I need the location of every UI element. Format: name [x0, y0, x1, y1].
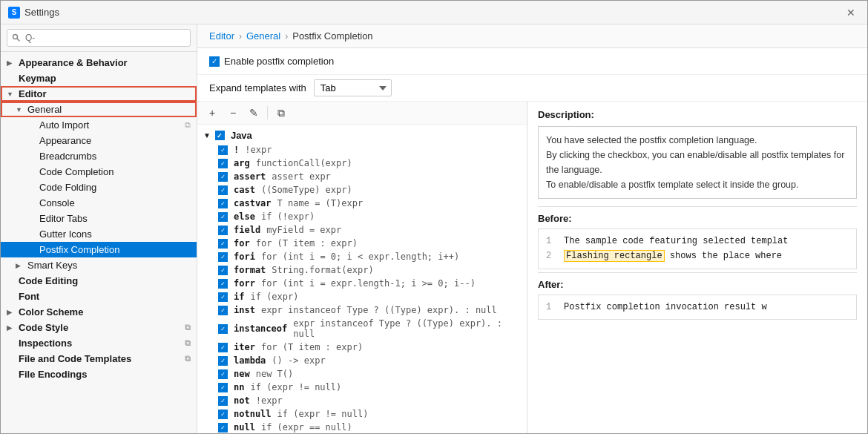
- sidebar-label-appearance: Appearance: [39, 135, 91, 146]
- close-button[interactable]: ✕: [842, 5, 860, 20]
- tmpl-checkbox-arg[interactable]: ✓: [218, 159, 228, 168]
- group-expand-icon: ▼: [203, 131, 211, 139]
- code-text-1: The sample code featuring selected templ…: [564, 234, 788, 249]
- main-content: ▶Appearance & BehaviorKeymap▼Editor▼Gene…: [1, 24, 867, 433]
- copy-button[interactable]: ⧉: [272, 105, 290, 121]
- group-name: Java: [231, 130, 252, 141]
- tmpl-checkbox-if[interactable]: ✓: [218, 292, 228, 302]
- template-item-nn[interactable]: ✓nn if (expr != null): [197, 381, 527, 394]
- sidebar-item-file-encodings[interactable]: File Encodings: [1, 366, 197, 382]
- search-input[interactable]: [7, 29, 191, 47]
- sidebar-label-inspections: Inspections: [19, 338, 72, 349]
- sidebar-item-font[interactable]: Font: [1, 289, 197, 304]
- template-item-castvar[interactable]: ✓castvar T name = (T)expr: [197, 197, 527, 210]
- template-item-fori[interactable]: ✓fori for (int i = 0; i < expr.length; i…: [197, 250, 527, 263]
- sidebar-item-code-editing[interactable]: Code Editing: [1, 273, 197, 289]
- edit-button[interactable]: ✎: [245, 105, 263, 121]
- template-item-forr[interactable]: ✓forr for (int i = expr.length-1; i >= 0…: [197, 277, 527, 290]
- template-item-for[interactable]: ✓for for (T item : expr): [197, 237, 527, 250]
- tmpl-checkbox-nn[interactable]: ✓: [218, 383, 228, 392]
- enable-postfix-checkbox[interactable]: ✓: [209, 56, 220, 67]
- after-code-text-1: Postfix completion invocation result w: [564, 300, 767, 315]
- expand-select[interactable]: Tab Enter Tab or Enter: [314, 79, 392, 96]
- tmpl-checkbox-instanceof[interactable]: ✓: [218, 324, 228, 334]
- breadcrumb-general[interactable]: General: [246, 30, 280, 42]
- sidebar-item-color-scheme[interactable]: ▶Color Scheme: [1, 304, 197, 320]
- sidebar-label-appearance-behavior: Appearance & Behavior: [19, 57, 128, 68]
- sidebar-item-inspections[interactable]: Inspections⧉: [1, 335, 197, 351]
- add-button[interactable]: +: [203, 105, 221, 121]
- template-item-null[interactable]: ✓null if (expr == null): [197, 421, 527, 433]
- template-item-assert[interactable]: ✓assert assert expr: [197, 170, 527, 183]
- sidebar-item-code-completion[interactable]: Code Completion: [1, 164, 197, 180]
- template-item-new[interactable]: ✓new new T(): [197, 367, 527, 381]
- tmpl-checkbox-new[interactable]: ✓: [218, 369, 228, 379]
- template-tree: ▼✓Java✓! !expr✓arg functionCall(expr)✓as…: [197, 125, 527, 433]
- tmpl-val-assert: assert expr: [272, 171, 330, 182]
- template-item-not[interactable]: ✓not !expr: [197, 394, 527, 407]
- template-item-instanceof[interactable]: ✓instanceof expr instanceof Type ? ((Typ…: [197, 317, 527, 341]
- tmpl-checkbox-iter[interactable]: ✓: [218, 343, 228, 352]
- sidebar-item-postfix-completion[interactable]: Postfix Completion: [1, 242, 197, 257]
- enable-postfix-label[interactable]: ✓ Enable postfix completion: [209, 56, 334, 67]
- template-item-field[interactable]: ✓field myField = expr: [197, 223, 527, 237]
- tmpl-checkbox-for[interactable]: ✓: [218, 239, 228, 249]
- desc-panel: Description: You have selected the postf…: [527, 102, 867, 433]
- sidebar-item-appearance[interactable]: Appearance: [1, 133, 197, 148]
- tmpl-val-iter: for (T item : expr): [261, 342, 363, 352]
- tmpl-checkbox-format[interactable]: ✓: [218, 266, 228, 275]
- tmpl-checkbox-notnull[interactable]: ✓: [218, 410, 228, 419]
- sidebar-item-smart-keys[interactable]: ▶Smart Keys: [1, 257, 197, 273]
- template-item-notnull[interactable]: ✓notnull if (expr != null): [197, 407, 527, 421]
- breadcrumb-sep-2: ›: [285, 31, 288, 42]
- template-item-if[interactable]: ✓if if (expr): [197, 290, 527, 303]
- tmpl-checkbox-castvar[interactable]: ✓: [218, 199, 228, 208]
- tmpl-checkbox-![interactable]: ✓: [218, 145, 228, 155]
- tmpl-checkbox-else[interactable]: ✓: [218, 212, 228, 222]
- flashing-rect: Flashing rectangle: [564, 250, 665, 262]
- template-item-cast[interactable]: ✓cast ((SomeType) expr): [197, 183, 527, 197]
- breadcrumb-editor[interactable]: Editor: [209, 30, 234, 42]
- tmpl-checkbox-inst[interactable]: ✓: [218, 306, 228, 315]
- template-item-arg[interactable]: ✓arg functionCall(expr): [197, 157, 527, 170]
- tmpl-checkbox-fori[interactable]: ✓: [218, 252, 228, 262]
- expand-icon-appearance-behavior: ▶: [7, 59, 16, 67]
- sidebar-item-keymap[interactable]: Keymap: [1, 70, 197, 86]
- tmpl-checkbox-cast[interactable]: ✓: [218, 185, 228, 195]
- tmpl-checkbox-assert[interactable]: ✓: [218, 172, 228, 182]
- tmpl-val-castvar: T name = (T)expr: [277, 198, 364, 208]
- template-item-else[interactable]: ✓else if (!expr): [197, 210, 527, 223]
- tmpl-val-fori: for (int i = 0; i < expr.length; i++): [261, 251, 459, 262]
- sidebar-label-font: Font: [19, 291, 39, 302]
- template-group-java[interactable]: ▼✓Java: [197, 128, 527, 143]
- sidebar-item-appearance-behavior[interactable]: ▶Appearance & Behavior: [1, 55, 197, 70]
- tmpl-key-assert: assert: [234, 171, 266, 182]
- sidebar-label-auto-import: Auto Import: [39, 119, 89, 131]
- sidebar-item-code-folding[interactable]: Code Folding: [1, 180, 197, 195]
- tmpl-checkbox-field[interactable]: ✓: [218, 226, 228, 235]
- template-item-lambda[interactable]: ✓lambda () -> expr: [197, 354, 527, 367]
- sidebar-item-file-code-templates[interactable]: File and Code Templates⧉: [1, 351, 197, 366]
- sidebar-item-code-style[interactable]: ▶Code Style⧉: [1, 320, 197, 335]
- sidebar-item-breadcrumbs[interactable]: Breadcrumbs: [1, 148, 197, 164]
- tmpl-checkbox-lambda[interactable]: ✓: [218, 356, 228, 366]
- template-item-inst[interactable]: ✓inst expr instanceof Type ? ((Type) exp…: [197, 303, 527, 317]
- sidebar-label-code-editing: Code Editing: [19, 275, 78, 286]
- remove-button[interactable]: −: [224, 105, 242, 121]
- template-item-iter[interactable]: ✓iter for (T item : expr): [197, 341, 527, 354]
- sidebar-item-auto-import[interactable]: Auto Import⧉: [1, 117, 197, 133]
- sidebar-item-editor-tabs[interactable]: Editor Tabs: [1, 211, 197, 226]
- sidebar-label-postfix-completion: Postfix Completion: [39, 244, 119, 255]
- template-item-![interactable]: ✓! !expr: [197, 143, 527, 157]
- group-checkbox[interactable]: ✓: [215, 131, 225, 140]
- sidebar-item-general[interactable]: ▼General: [1, 102, 197, 117]
- sidebar-item-console[interactable]: Console: [1, 195, 197, 211]
- sidebar: ▶Appearance & BehaviorKeymap▼Editor▼Gene…: [1, 24, 197, 433]
- tmpl-val-notnull: if (expr != null): [277, 409, 369, 419]
- tmpl-checkbox-not[interactable]: ✓: [218, 396, 228, 406]
- tmpl-checkbox-forr[interactable]: ✓: [218, 279, 228, 289]
- template-item-format[interactable]: ✓format String.format(expr): [197, 263, 527, 277]
- tmpl-checkbox-null[interactable]: ✓: [218, 423, 228, 433]
- sidebar-item-editor[interactable]: ▼Editor: [1, 86, 197, 102]
- sidebar-item-gutter-icons[interactable]: Gutter Icons: [1, 226, 197, 242]
